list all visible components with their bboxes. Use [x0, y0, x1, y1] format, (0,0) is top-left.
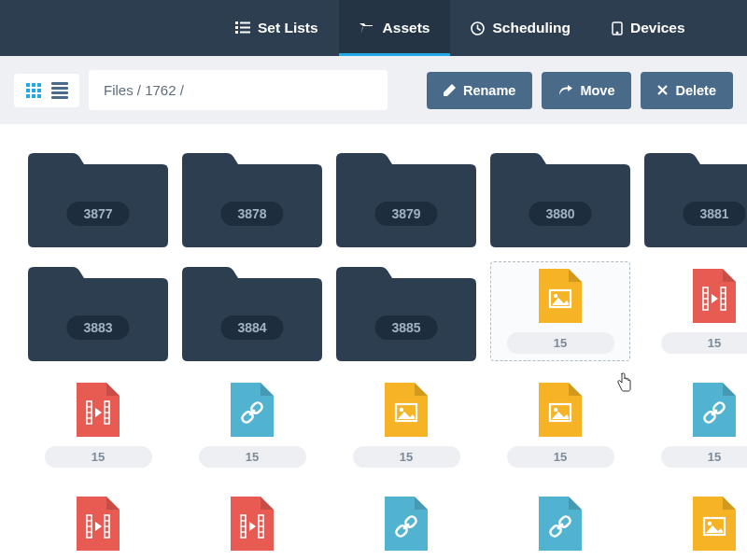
file-item[interactable]: 15 [490, 375, 630, 475]
edit-icon [444, 84, 456, 96]
file-label: 15 [507, 332, 614, 354]
folder-label: 3880 [529, 202, 591, 226]
nav-assets[interactable]: Assets [339, 0, 451, 56]
close-icon [657, 85, 668, 95]
move-label: Move [580, 83, 614, 98]
nav-devices-label: Devices [630, 20, 685, 36]
svg-point-31 [400, 408, 403, 412]
folder-3885[interactable]: 3885 [336, 261, 476, 361]
file-item[interactable]: 15 [28, 375, 168, 475]
file-item[interactable]: 15 [28, 489, 168, 560]
nav-setlists[interactable]: Set Lists [215, 0, 339, 56]
folder-label: 3884 [220, 315, 283, 340]
grid-view-button[interactable] [25, 82, 42, 99]
folder-3877[interactable]: 3877 [28, 147, 168, 247]
toolbar: Files / 1762 / Rename Move Delete [0, 56, 747, 124]
svg-rect-5 [240, 32, 250, 34]
file-label: 15 [353, 446, 460, 468]
svg-rect-2 [235, 31, 238, 34]
file-item[interactable]: 15 [644, 489, 747, 560]
list-icon [235, 21, 250, 35]
file-label: 15 [661, 446, 748, 468]
delete-button[interactable]: Delete [641, 72, 733, 109]
file-label: 15 [507, 446, 614, 468]
list-view-button[interactable] [51, 82, 68, 99]
file-label: 15 [199, 446, 306, 468]
nav-assets-label: Assets [383, 20, 430, 36]
nav-devices[interactable]: Devices [591, 0, 706, 56]
move-icon [558, 85, 572, 95]
file-item[interactable]: 15 [490, 489, 630, 560]
folder-3878[interactable]: 3878 [182, 147, 322, 247]
folder-label: 3885 [374, 315, 437, 340]
svg-rect-3 [240, 22, 250, 24]
nav-scheduling-label: Scheduling [492, 20, 571, 36]
folder-label: 3879 [374, 202, 437, 226]
file-item[interactable]: 15 [644, 375, 747, 475]
file-label: 15 [45, 446, 152, 468]
tablet-icon [612, 21, 623, 35]
breadcrumb[interactable]: Files / 1762 / [89, 70, 388, 110]
folder-3881[interactable]: 3881 [644, 147, 747, 247]
folder-3884[interactable]: 3884 [182, 261, 322, 361]
folder-3883[interactable]: 3883 [28, 261, 168, 361]
svg-rect-0 [235, 21, 238, 24]
file-item[interactable]: 15 [182, 489, 322, 560]
asset-grid: 3877387838793880388138833884388515151515… [28, 147, 747, 560]
clock-icon [471, 21, 485, 35]
file-item[interactable]: 15 [336, 489, 476, 560]
folder-open-icon [359, 21, 375, 35]
top-nav: Set Lists Assets Scheduling Devices [0, 0, 747, 56]
folder-3880[interactable]: 3880 [490, 147, 630, 247]
view-toggle [14, 74, 79, 107]
file-item[interactable]: 15 [490, 261, 630, 361]
nav-scheduling[interactable]: Scheduling [450, 0, 591, 56]
folder-3879[interactable]: 3879 [336, 147, 476, 247]
content-area: 3877387838793880388138833884388515151515… [0, 124, 747, 560]
nav-setlists-label: Set Lists [258, 20, 318, 36]
file-item[interactable]: 15 [336, 375, 476, 475]
folder-label: 3877 [66, 202, 129, 226]
file-item[interactable]: 15 [644, 261, 747, 361]
file-item[interactable]: 15 [182, 375, 322, 475]
list-view-icon [51, 82, 68, 99]
svg-rect-1 [235, 26, 238, 29]
delete-label: Delete [675, 83, 716, 98]
svg-point-10 [554, 294, 557, 298]
svg-rect-4 [240, 27, 250, 29]
folder-label: 3883 [66, 315, 129, 340]
file-label: 15 [661, 332, 748, 354]
move-button[interactable]: Move [542, 72, 631, 109]
svg-point-60 [708, 522, 712, 525]
svg-point-33 [554, 408, 557, 412]
grid-icon [26, 83, 41, 98]
rename-label: Rename [463, 83, 515, 98]
svg-point-8 [616, 32, 618, 34]
folder-label: 3878 [220, 202, 283, 226]
folder-label: 3881 [683, 202, 745, 226]
rename-button[interactable]: Rename [427, 72, 532, 109]
